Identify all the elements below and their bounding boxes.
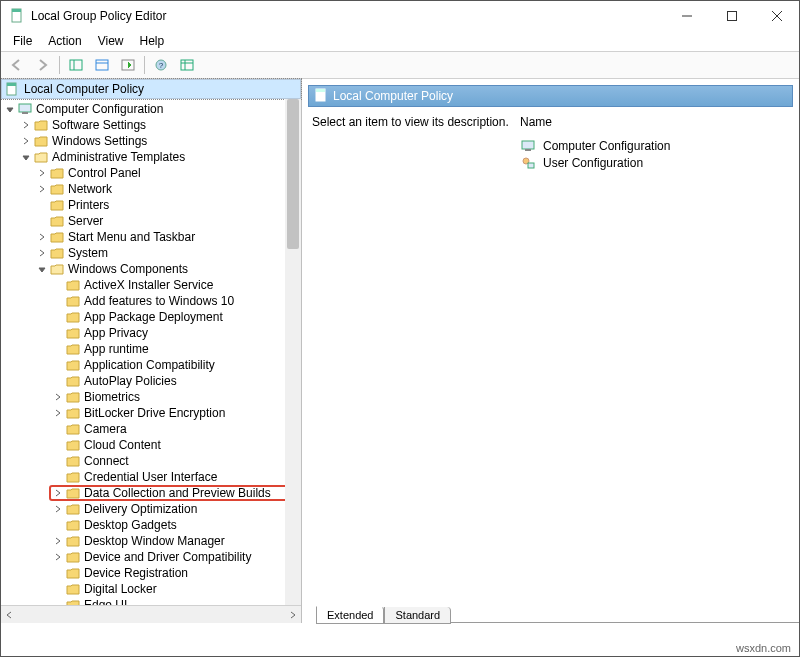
tree-node-software-settings[interactable]: Software Settings [19, 117, 301, 133]
list-item-computer-configuration[interactable]: Computer Configuration [520, 137, 795, 154]
chevron-right-icon[interactable] [35, 230, 49, 244]
node-label: Printers [68, 198, 109, 212]
show-hide-tree-button[interactable] [64, 54, 88, 76]
tree-node[interactable]: Edge UI [51, 597, 301, 605]
horizontal-scrollbar[interactable] [1, 605, 301, 623]
tree-node[interactable]: Application Compatibility [51, 357, 301, 373]
tree-node[interactable]: Biometrics [51, 389, 301, 405]
tree-view[interactable]: Computer Configuration Software Settings… [1, 99, 301, 605]
folder-icon [65, 374, 81, 388]
chevron-down-icon[interactable] [3, 102, 17, 116]
refresh-button[interactable] [116, 54, 140, 76]
node-label: Delivery Optimization [84, 502, 197, 516]
tree-node-windows-components[interactable]: Windows Components [35, 261, 301, 277]
chevron-right-icon[interactable] [35, 182, 49, 196]
properties-button[interactable] [90, 54, 114, 76]
policy-icon [6, 82, 20, 96]
chevron-right-icon[interactable] [51, 406, 65, 420]
node-label: Server [68, 214, 103, 228]
tree-node-network[interactable]: Network [35, 181, 301, 197]
scroll-right-icon[interactable] [285, 607, 301, 623]
tree-node[interactable]: Add features to Windows 10 [51, 293, 301, 309]
tree-node[interactable]: App Package Deployment [51, 309, 301, 325]
tab-extended[interactable]: Extended [316, 606, 384, 624]
scrollbar-thumb[interactable] [287, 99, 299, 249]
tree-node-computer-configuration[interactable]: Computer Configuration [3, 101, 301, 117]
tree-node[interactable]: App Privacy [51, 325, 301, 341]
node-label: Data Collection and Preview Builds [84, 486, 271, 500]
item-label: Computer Configuration [543, 139, 670, 153]
chevron-down-icon[interactable] [19, 150, 33, 164]
tree-node[interactable]: Device and Driver Compatibility [51, 549, 301, 565]
tree-node-system[interactable]: System [35, 245, 301, 261]
minimize-button[interactable] [664, 1, 709, 31]
chevron-right-icon[interactable] [19, 134, 33, 148]
policy-icon [315, 88, 327, 105]
chevron-right-icon[interactable] [51, 550, 65, 564]
help-button[interactable]: ? [149, 54, 173, 76]
menu-help[interactable]: Help [132, 32, 173, 50]
tree-node[interactable]: ActiveX Installer Service [51, 277, 301, 293]
tree-node[interactable]: Cloud Content [51, 437, 301, 453]
menu-action[interactable]: Action [40, 32, 89, 50]
tree-node[interactable]: Data Collection and Preview Builds [49, 485, 301, 501]
scroll-left-icon[interactable] [1, 607, 17, 623]
tree-node[interactable]: Desktop Gadgets [51, 517, 301, 533]
tree-node-administrative-templates[interactable]: Administrative Templates [19, 149, 301, 165]
tree-node[interactable]: BitLocker Drive Encryption [51, 405, 301, 421]
toolbar-separator [59, 56, 60, 74]
chevron-right-icon[interactable] [35, 166, 49, 180]
folder-icon [65, 422, 81, 436]
tab-standard[interactable]: Standard [384, 607, 451, 624]
filter-button[interactable] [175, 54, 199, 76]
tree-node[interactable]: AutoPlay Policies [51, 373, 301, 389]
vertical-scrollbar[interactable] [285, 99, 301, 605]
folder-icon [49, 246, 65, 260]
detail-header-title: Local Computer Policy [333, 89, 453, 103]
tree-pane: Local Computer Policy Computer Configura… [1, 79, 302, 623]
column-header-name[interactable]: Name [520, 115, 795, 129]
tree-node-control-panel[interactable]: Control Panel [35, 165, 301, 181]
chevron-right-icon[interactable] [51, 502, 65, 516]
tree-node-windows-settings[interactable]: Windows Settings [19, 133, 301, 149]
menu-view[interactable]: View [90, 32, 132, 50]
tree-node[interactable]: Camera [51, 421, 301, 437]
tree-node-printers[interactable]: Printers [35, 197, 301, 213]
tree-node-server[interactable]: Server [35, 213, 301, 229]
list-item-user-configuration[interactable]: User Configuration [520, 154, 795, 171]
chevron-down-icon[interactable] [35, 262, 49, 276]
forward-button[interactable] [31, 54, 55, 76]
svg-rect-3 [727, 12, 736, 21]
back-button[interactable] [5, 54, 29, 76]
node-label: BitLocker Drive Encryption [84, 406, 225, 420]
maximize-button[interactable] [709, 1, 754, 31]
node-label: App runtime [84, 342, 149, 356]
spacer [51, 326, 65, 340]
tree-node[interactable]: Connect [51, 453, 301, 469]
chevron-right-icon[interactable] [51, 390, 65, 404]
folder-icon [33, 118, 49, 132]
node-label: Biometrics [84, 390, 140, 404]
tree-node[interactable]: Digital Locker [51, 581, 301, 597]
folder-icon [33, 134, 49, 148]
tree-node[interactable]: Device Registration [51, 565, 301, 581]
tree-node-start-menu-taskbar[interactable]: Start Menu and Taskbar [35, 229, 301, 245]
tree-node[interactable]: App runtime [51, 341, 301, 357]
chevron-right-icon[interactable] [51, 534, 65, 548]
folder-icon [65, 598, 81, 605]
folder-open-icon [33, 150, 49, 164]
folder-icon [65, 390, 81, 404]
close-button[interactable] [754, 1, 799, 31]
menu-file[interactable]: File [5, 32, 40, 50]
spacer [51, 358, 65, 372]
chevron-right-icon[interactable] [51, 486, 65, 500]
chevron-right-icon[interactable] [19, 118, 33, 132]
tree-node[interactable]: Credential User Interface [51, 469, 301, 485]
tree-node[interactable]: Desktop Window Manager [51, 533, 301, 549]
chevron-right-icon[interactable] [35, 246, 49, 260]
node-label: Device Registration [84, 566, 188, 580]
svg-rect-21 [316, 89, 325, 92]
node-label: Windows Components [68, 262, 188, 276]
tree-root-header[interactable]: Local Computer Policy [1, 79, 301, 99]
tree-node[interactable]: Delivery Optimization [51, 501, 301, 517]
